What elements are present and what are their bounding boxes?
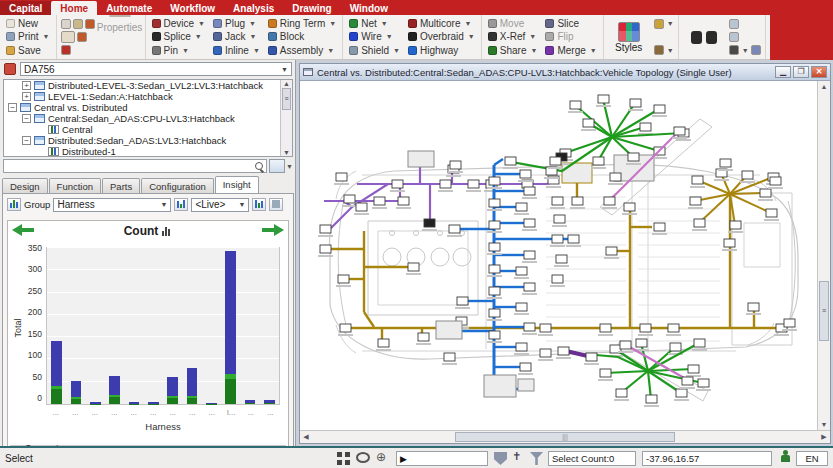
connector-node[interactable]: [640, 123, 651, 131]
pan-icon[interactable]: [729, 19, 739, 29]
move-button[interactable]: Move: [486, 17, 540, 30]
ring-term-button[interactable]: Ring Term▼: [266, 17, 338, 30]
stacked-bar[interactable]: [264, 400, 275, 405]
minimize-button[interactable]: ▁: [775, 66, 791, 78]
share-button[interactable]: Share▼: [486, 44, 540, 57]
stacked-bar[interactable]: [225, 251, 236, 404]
connector-node[interactable]: [524, 219, 535, 227]
connector-node[interactable]: [424, 219, 435, 227]
connector-node[interactable]: [468, 180, 479, 188]
tree-item[interactable]: Central: [4, 124, 292, 135]
connector-node[interactable]: [489, 221, 500, 229]
connector-node[interactable]: [690, 197, 701, 205]
styles-button[interactable]: Styles: [608, 17, 650, 57]
connector-node[interactable]: [398, 197, 409, 205]
equipment-box[interactable]: [436, 321, 462, 339]
connector-node[interactable]: [489, 287, 500, 295]
equipment-box[interactable]: [518, 379, 534, 391]
ribbon-tab-automate[interactable]: Automate: [97, 1, 161, 15]
connector-node[interactable]: [524, 187, 535, 195]
connector-node[interactable]: [698, 379, 709, 387]
connector-node[interactable]: [674, 127, 685, 135]
connector-node[interactable]: [552, 235, 563, 243]
connector-node[interactable]: [606, 247, 617, 255]
connector-node[interactable]: [692, 176, 703, 184]
stacked-bar[interactable]: [167, 377, 178, 404]
add-chart-icon[interactable]: [7, 198, 21, 211]
next-chart-button[interactable]: [262, 224, 284, 236]
format-painter-icon[interactable]: [73, 19, 83, 29]
command-field[interactable]: ▶: [396, 451, 488, 466]
slice-button[interactable]: Slice: [543, 17, 598, 30]
connector-node[interactable]: [338, 275, 349, 283]
connector-node[interactable]: [670, 343, 681, 351]
connector-node[interactable]: [694, 219, 705, 227]
stacked-bar[interactable]: [129, 402, 140, 404]
connector-node[interactable]: [646, 395, 657, 403]
tree-filter-button[interactable]: [269, 159, 285, 173]
connector-node[interactable]: [450, 161, 461, 169]
connector-node[interactable]: [604, 197, 615, 205]
shield-button[interactable]: Shield▼: [347, 44, 402, 57]
vertical-scrollbar[interactable]: ▲ ≡ ▼: [817, 81, 830, 431]
connector-node[interactable]: [540, 349, 551, 357]
overbraid-button[interactable]: Overbraid▼: [406, 30, 477, 43]
connector-node[interactable]: [724, 239, 735, 247]
connector-node[interactable]: [550, 157, 561, 165]
prev-chart-button[interactable]: [12, 224, 34, 236]
ribbon-tab-workflow[interactable]: Workflow: [161, 1, 224, 15]
snap-target-icon[interactable]: [376, 450, 389, 463]
tree-item[interactable]: −Distributed:Sedan_ADAS:LVL3:Hatchback: [4, 135, 292, 146]
connector-node[interactable]: [784, 319, 795, 327]
connector-node[interactable]: [600, 324, 611, 332]
close-button[interactable]: ✕: [811, 66, 827, 78]
x-ref-button[interactable]: X-Ref▼: [486, 30, 540, 43]
stacked-bar[interactable]: [206, 403, 217, 404]
splice-filter-icon[interactable]: [512, 450, 525, 463]
tree-scroll-thumb[interactable]: ≡: [282, 88, 291, 110]
zoom-select-icon[interactable]: [729, 45, 739, 55]
connector-node[interactable]: [552, 275, 563, 283]
connector-node[interactable]: [520, 363, 531, 371]
connector-node[interactable]: [336, 173, 347, 181]
connector-node[interactable]: [630, 99, 641, 107]
connector-node[interactable]: [668, 324, 679, 332]
tab-configuration[interactable]: Configuration: [141, 178, 214, 193]
stacked-bar[interactable]: [245, 400, 256, 405]
tree-item[interactable]: Distributed-1: [4, 146, 292, 157]
connector-node[interactable]: [524, 283, 535, 291]
connector-node[interactable]: [340, 324, 351, 332]
grid-toggle-icon[interactable]: [337, 452, 350, 465]
fit-view-icon[interactable]: [751, 45, 761, 55]
tree-item[interactable]: −Central:Sedan_ADAS:CPU-LVL3:Hatchback: [4, 113, 292, 124]
connector-node[interactable]: [524, 251, 535, 259]
scroll-up-icon[interactable]: ▲: [281, 80, 292, 87]
connector-node[interactable]: [620, 341, 631, 349]
tree-expander[interactable]: −: [22, 114, 31, 123]
tree-expander[interactable]: −: [22, 136, 31, 145]
equipment-box[interactable]: [484, 375, 516, 397]
connector-node[interactable]: [540, 324, 551, 332]
database-combo[interactable]: DA756 ▼: [20, 62, 292, 76]
connector-node[interactable]: [457, 297, 468, 305]
device-button[interactable]: Device▼: [150, 17, 208, 30]
connector-node[interactable]: [516, 343, 527, 351]
scroll-down-icon[interactable]: ▼: [281, 149, 292, 156]
user-icon[interactable]: [780, 450, 790, 463]
chart-type-icon[interactable]: [174, 198, 188, 211]
connector-node[interactable]: [392, 180, 403, 188]
connector-node[interactable]: [572, 197, 583, 205]
connector-node[interactable]: [770, 177, 781, 185]
connector-node[interactable]: [554, 215, 565, 223]
jack-button[interactable]: Jack▼: [211, 30, 262, 43]
v-scroll-thumb[interactable]: ≡: [819, 281, 829, 341]
tree-scrollbar[interactable]: ▲ ≡ ▼: [280, 80, 292, 156]
ellipse-tool-icon[interactable]: [356, 452, 370, 463]
connector-node[interactable]: [586, 353, 597, 361]
connector-node[interactable]: [636, 339, 647, 347]
scroll-up-icon[interactable]: ▲: [818, 81, 830, 93]
connector-node[interactable]: [720, 159, 731, 167]
design-tree[interactable]: +Distributed-LEVEL-3:Sedan_LVL2:LVL3:Hat…: [3, 79, 293, 157]
bar-chart[interactable]: [46, 247, 280, 405]
copy-icon[interactable]: [61, 19, 71, 29]
